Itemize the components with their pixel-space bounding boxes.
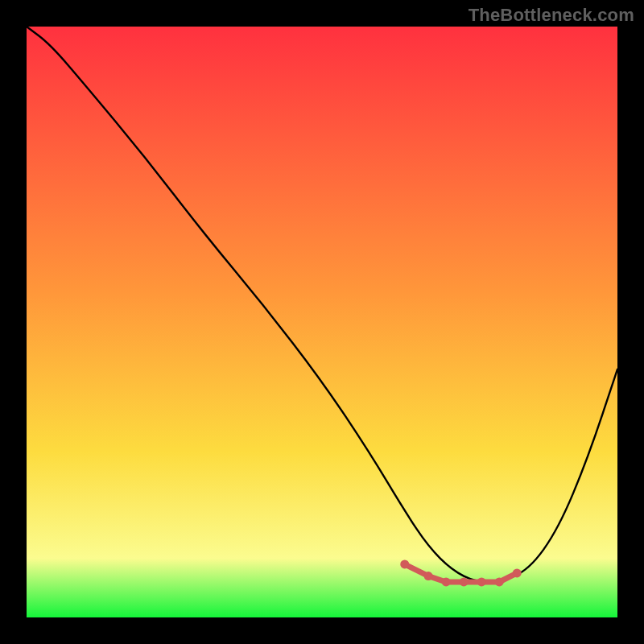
optimal-range-dot — [442, 577, 451, 586]
chart-container: TheBottleneck.com — [0, 0, 644, 644]
optimal-range-dot — [400, 559, 409, 568]
bottleneck-chart — [0, 0, 644, 644]
watermark-text: TheBottleneck.com — [469, 5, 634, 26]
optimal-range-dot — [477, 577, 486, 586]
plot-background — [27, 27, 617, 617]
optimal-range-dot — [424, 572, 433, 580]
optimal-range-dot — [495, 577, 504, 586]
optimal-range-dot — [513, 568, 522, 577]
optimal-range-dot — [460, 577, 469, 586]
